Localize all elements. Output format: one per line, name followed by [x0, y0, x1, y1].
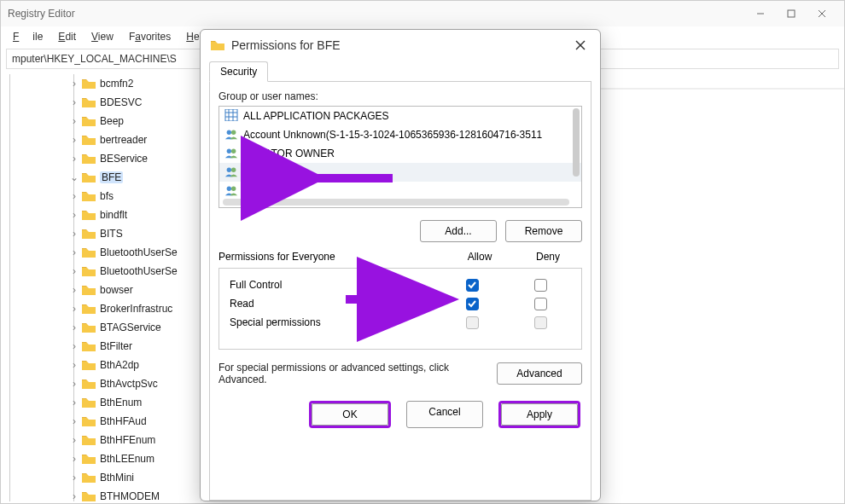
- svg-point-18: [231, 186, 236, 190]
- chevron-icon[interactable]: ›: [68, 190, 80, 202]
- chevron-icon[interactable]: ›: [68, 96, 80, 108]
- cancel-button[interactable]: Cancel: [406, 401, 483, 428]
- tree-item[interactable]: ›BluetoothUserSe: [9, 243, 201, 262]
- minimize-button[interactable]: [745, 3, 776, 25]
- tree-item[interactable]: ›BEService: [9, 149, 201, 168]
- list-item-label: SYSTEM: [243, 185, 285, 197]
- tree-item-label: BthEnum: [100, 397, 142, 408]
- tree-item[interactable]: ›BthMini: [9, 468, 201, 487]
- svg-rect-1: [788, 10, 795, 17]
- list-item[interactable]: Account Unknown(S-1-15-3-1024-1065365936…: [219, 125, 581, 144]
- user-listbox[interactable]: ALL APPLICATION PACKAGESAccount Unknown(…: [219, 106, 582, 208]
- list-item[interactable]: Everyone: [219, 163, 581, 182]
- svg-point-16: [231, 167, 236, 171]
- deny-checkbox[interactable]: [534, 298, 547, 310]
- scrollbar-horizontal[interactable]: [223, 199, 569, 206]
- permission-row: Read: [226, 294, 574, 313]
- chevron-icon[interactable]: ›: [68, 209, 80, 221]
- chevron-icon[interactable]: ›: [68, 472, 80, 484]
- tree-item[interactable]: ›BthLEEnum: [9, 449, 201, 468]
- chevron-icon[interactable]: ⌄: [68, 171, 80, 183]
- tree-item[interactable]: ›BthEnum: [9, 393, 201, 412]
- tree-item-label: BITS: [100, 228, 123, 240]
- tree-item[interactable]: ›BthHFAud: [9, 412, 201, 431]
- user-icon: [224, 147, 238, 161]
- tree-item[interactable]: ›BITS: [9, 224, 201, 243]
- menu-favorites[interactable]: Favorites: [122, 31, 178, 43]
- tree-item-label: BtFilter: [100, 340, 132, 352]
- menu-edit[interactable]: Edit: [51, 31, 83, 43]
- allow-checkbox: [466, 316, 479, 329]
- tree-item[interactable]: ›BTAGService: [9, 318, 201, 337]
- remove-button[interactable]: Remove: [505, 220, 582, 242]
- annotation-highlight: Apply: [498, 401, 580, 428]
- allow-checkbox[interactable]: [466, 279, 479, 292]
- allow-header: Allow: [446, 251, 514, 263]
- tree-item[interactable]: ›bfs: [9, 187, 201, 206]
- chevron-icon[interactable]: ›: [68, 322, 80, 333]
- svg-point-13: [227, 148, 231, 153]
- chevron-icon[interactable]: ›: [68, 134, 80, 146]
- close-button[interactable]: [807, 3, 837, 25]
- tree-item[interactable]: ›BDESVC: [9, 93, 201, 112]
- tree-item-label: bowser: [100, 284, 133, 296]
- menu-view[interactable]: View: [84, 31, 120, 43]
- tree-item[interactable]: ›BthA2dp: [9, 356, 201, 374]
- tree-item[interactable]: ›bowser: [9, 281, 201, 299]
- tree-item[interactable]: ›BtFilter: [9, 337, 201, 356]
- chevron-icon[interactable]: ›: [68, 153, 80, 165]
- tree-item-label: BthMini: [100, 472, 134, 484]
- list-item-label: Everyone: [243, 166, 287, 178]
- permissions-dialog: Permissions for BFE Security Group or us…: [200, 29, 601, 501]
- advanced-text: For special permissions or advanced sett…: [219, 362, 488, 385]
- chevron-icon[interactable]: ›: [68, 246, 80, 258]
- ok-button[interactable]: OK: [312, 403, 388, 426]
- apply-button[interactable]: Apply: [501, 403, 578, 426]
- chevron-icon[interactable]: ›: [68, 378, 80, 390]
- tree-item[interactable]: ›BthAvctpSvc: [9, 374, 201, 393]
- list-item[interactable]: SYSTEM: [219, 182, 581, 200]
- chevron-icon[interactable]: ›: [68, 415, 80, 427]
- chevron-icon[interactable]: ›: [68, 78, 80, 90]
- tree-item[interactable]: ›Beep: [9, 112, 201, 130]
- chevron-icon[interactable]: ›: [68, 490, 80, 501]
- tree-item-label: bcmfn2: [100, 78, 133, 90]
- list-item[interactable]: ALL APPLICATION PACKAGES: [219, 107, 581, 125]
- allow-checkbox[interactable]: [466, 298, 479, 310]
- chevron-icon[interactable]: ›: [68, 303, 80, 315]
- tree-panel[interactable]: ›bcmfn2›BDESVC›Beep›bertreader›BEService…: [1, 71, 201, 501]
- tree-item-label: BrokerInfrastruc: [100, 303, 172, 315]
- tree-item[interactable]: ›BthHFEnum: [9, 431, 201, 449]
- scrollbar-vertical[interactable]: [573, 108, 580, 177]
- tree-item[interactable]: ›bcmfn2: [9, 74, 201, 93]
- maximize-button[interactable]: [776, 3, 807, 25]
- tree-item[interactable]: ›bindflt: [9, 206, 201, 224]
- chevron-icon[interactable]: ›: [68, 359, 80, 371]
- chevron-icon[interactable]: ›: [68, 284, 80, 296]
- tab-security[interactable]: Security: [209, 61, 268, 82]
- chevron-icon[interactable]: ›: [68, 453, 80, 465]
- tree-item[interactable]: ⌄BFE: [9, 168, 201, 187]
- add-button[interactable]: Add...: [420, 220, 497, 242]
- deny-header: Deny: [514, 251, 582, 263]
- chevron-icon[interactable]: ›: [68, 115, 80, 127]
- dialog-title: Permissions for BFE: [231, 38, 564, 52]
- chevron-icon[interactable]: ›: [68, 265, 80, 277]
- advanced-button[interactable]: Advanced: [497, 362, 582, 385]
- list-item[interactable]: CREATOR OWNER: [219, 144, 581, 163]
- chevron-icon[interactable]: ›: [68, 434, 80, 446]
- window-title: Registry Editor: [8, 8, 745, 20]
- tree-item[interactable]: ›BrokerInfrastruc: [9, 299, 201, 318]
- chevron-icon[interactable]: ›: [68, 340, 80, 352]
- permission-label: Read: [226, 298, 438, 310]
- tree-item[interactable]: ›BTHMODEM: [9, 487, 201, 501]
- chevron-icon[interactable]: ›: [68, 228, 80, 240]
- dialog-close-button[interactable]: [571, 36, 590, 55]
- deny-checkbox[interactable]: [534, 279, 547, 292]
- tree-item-label: BluetoothUserSe: [100, 265, 178, 277]
- tree-item[interactable]: ›bertreader: [9, 130, 201, 149]
- svg-point-17: [227, 186, 231, 190]
- menu-file[interactable]: File: [6, 31, 50, 43]
- tree-item[interactable]: ›BluetoothUserSe: [9, 262, 201, 281]
- chevron-icon[interactable]: ›: [68, 397, 80, 408]
